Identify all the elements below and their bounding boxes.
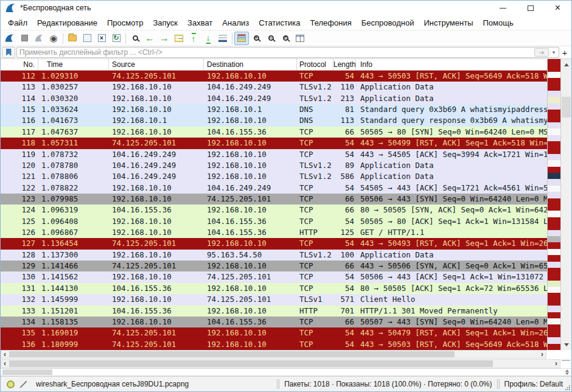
hscroll-right-arrow[interactable]: › — [539, 351, 546, 358]
resize-columns-button[interactable] — [293, 32, 307, 45]
cell-info: 443 → 50479 [RST, ACK] Seq=1 Ack=1 Win=2… — [356, 327, 547, 338]
packet-row-127[interactable]: 1271.13645474.125.205.101192.168.10.10TC… — [1, 238, 547, 249]
capture-options-button[interactable]: ◉ — [46, 32, 61, 45]
menu-item-0[interactable]: Файл — [3, 16, 32, 29]
filter-bookmark-button[interactable] — [2, 47, 15, 58]
packet-row-119[interactable]: 1191.078732104.16.249.249192.168.10.10TC… — [1, 149, 547, 160]
go-back-button[interactable]: ← — [142, 32, 157, 45]
profile-label[interactable]: Профиль: Default — [504, 380, 563, 388]
minimize-button[interactable] — [489, 1, 517, 15]
menu-item-7[interactable]: Телефония — [305, 16, 356, 29]
pane-splitter-grip[interactable] — [562, 360, 570, 361]
packet-row-135[interactable]: 1351.16901974.125.205.101192.168.10.10TC… — [1, 327, 547, 338]
packet-row-113[interactable]: 1131.030257192.168.10.10104.16.249.249TL… — [1, 82, 547, 93]
packet-row-117[interactable]: 1171.047637192.168.10.10104.16.155.36TCP… — [1, 127, 547, 138]
cell-no: 136 — [1, 339, 38, 350]
zoom-in-button[interactable]: + — [249, 32, 263, 45]
menu-item-9[interactable]: Инструменты — [419, 16, 478, 29]
open-file-button[interactable] — [65, 32, 80, 45]
stop-capture-button[interactable] — [17, 32, 32, 45]
secondary-hscrollbar[interactable]: ‹ › — [1, 359, 560, 368]
start-capture-button[interactable] — [2, 32, 17, 45]
pane-spin-control[interactable] — [565, 369, 569, 375]
packet-row-132[interactable]: 1321.145999192.168.10.1074.125.205.101TL… — [1, 294, 547, 305]
packet-row-118[interactable]: 1181.05731174.125.205.101192.168.10.10TC… — [1, 138, 547, 149]
column-header-time[interactable]: Time — [38, 59, 109, 70]
menu-item-1[interactable]: Редактирование — [32, 16, 102, 29]
go-first-packet-button[interactable]: ↑ — [186, 32, 201, 45]
minimap-stripe — [548, 337, 560, 343]
minimap-stripe — [548, 167, 560, 173]
packet-row-125[interactable]: 1251.096408192.168.10.10104.16.155.36TCP… — [1, 216, 547, 227]
packet-row-124[interactable]: 1241.096319104.16.155.36192.168.10.10TCP… — [1, 205, 547, 215]
maximize-button[interactable] — [517, 1, 544, 15]
menu-item-2[interactable]: Просмотр — [102, 16, 148, 29]
packet-row-122[interactable]: 1221.078822192.168.10.10104.16.249.249TC… — [1, 183, 547, 194]
intelligent-scrollbar-minimap[interactable] — [548, 59, 561, 350]
zoom-original-button[interactable]: = — [278, 32, 293, 45]
filter-dropdown-caret[interactable]: ▼ — [550, 50, 559, 55]
reload-file-button[interactable]: ↻ — [109, 32, 124, 45]
minimap-stripe — [548, 141, 560, 147]
packet-row-126[interactable]: 1261.096867192.168.10.10104.16.155.36HTT… — [1, 227, 547, 238]
scroll-up-arrow[interactable] — [561, 60, 571, 69]
restart-capture-button[interactable] — [32, 32, 46, 45]
go-last-packet-button[interactable]: ↓ — [201, 32, 215, 45]
hscroll2-thumb[interactable] — [9, 360, 493, 367]
packet-row-133[interactable]: 1331.151201104.16.155.36192.168.10.10HTT… — [1, 306, 547, 317]
apply-filter-button[interactable]: ➜ — [534, 48, 549, 57]
column-header-length[interactable]: Length — [333, 59, 356, 70]
cell-destination: 192.168.10.10 — [204, 238, 297, 249]
close-file-button[interactable]: × — [94, 32, 109, 45]
auto-scroll-button[interactable] — [215, 32, 230, 45]
zoom-out-button[interactable]: − — [263, 32, 278, 45]
resize-grip[interactable] — [565, 385, 571, 391]
column-header-info[interactable]: Info — [356, 59, 547, 70]
packet-row-116[interactable]: 1161.041673192.168.10.1192.168.10.10DNS1… — [1, 115, 547, 126]
packet-list-hscrollbar[interactable]: ‹ › — [1, 350, 546, 359]
vertical-scrollbar-thumb[interactable] — [562, 97, 571, 117]
packet-row-130[interactable]: 1301.141562192.168.10.1074.125.205.101TC… — [1, 271, 547, 282]
packet-row-131[interactable]: 1311.144130104.16.155.36192.168.10.10TCP… — [1, 283, 547, 294]
capture-comment-icon[interactable] — [19, 380, 27, 388]
column-header-protocol[interactable]: Protocol — [297, 59, 333, 70]
vertical-scrollbar[interactable] — [561, 59, 571, 350]
hscroll2-left-arrow[interactable]: ‹ — [1, 360, 9, 367]
packet-row-123[interactable]: 1231.079985192.168.10.1074.125.205.101TC… — [1, 194, 547, 205]
cell-destination: 104.16.155.36 — [204, 317, 297, 327]
cell-source: 104.16.249.249 — [109, 160, 204, 171]
column-header-no[interactable]: No. — [1, 59, 38, 70]
packet-row-128[interactable]: 1281.137300192.168.10.1095.163.54.50TLSv… — [1, 250, 547, 261]
hscroll2-right-arrow[interactable]: › — [553, 360, 560, 367]
menu-item-3[interactable]: Запуск — [148, 16, 183, 29]
find-packet-button[interactable] — [128, 32, 142, 45]
hscroll-thumb[interactable] — [9, 351, 455, 357]
packet-row-114[interactable]: 1141.030320192.168.10.10104.16.249.249TL… — [1, 93, 547, 104]
packet-row-129[interactable]: 1291.14146674.125.205.101192.168.10.10TC… — [1, 261, 547, 271]
packet-row-112[interactable]: 1121.02931074.125.205.101192.168.10.10TC… — [1, 71, 547, 82]
expert-info-icon[interactable] — [7, 380, 15, 388]
hscroll-left-arrow[interactable]: ‹ — [1, 351, 9, 358]
packet-row-121[interactable]: 1211.078806104.16.249.249192.168.10.10TL… — [1, 171, 547, 182]
go-to-packet-button[interactable] — [172, 32, 186, 45]
packet-row-120[interactable]: 1201.078780104.16.249.249192.168.10.10TL… — [1, 160, 547, 171]
packet-row-134[interactable]: 1341.158135192.168.10.10104.16.155.36TCP… — [1, 317, 547, 327]
column-header-destination[interactable]: Destination — [204, 59, 297, 70]
cell-protocol: HTTP — [297, 227, 333, 238]
packet-row-115[interactable]: 1151.033624192.168.10.10192.168.10.1DNS8… — [1, 104, 547, 115]
pane-handle-block[interactable] — [2, 369, 52, 375]
packet-row-136[interactable]: 1361.18099974.125.205.101192.168.10.10TC… — [1, 339, 547, 350]
scroll-down-arrow[interactable] — [561, 340, 571, 349]
menu-item-5[interactable]: Анализ — [217, 16, 254, 29]
menu-item-6[interactable]: Статистика — [254, 16, 305, 29]
menu-item-10[interactable]: Помощь — [478, 16, 518, 29]
display-filter-input[interactable] — [17, 48, 534, 57]
add-filter-button[interactable]: + — [559, 47, 570, 58]
go-forward-button[interactable]: → — [157, 32, 172, 45]
column-header-source[interactable]: Source — [109, 59, 204, 70]
close-button[interactable]: × — [544, 1, 571, 15]
colorize-packets-button[interactable] — [234, 32, 249, 45]
menu-item-8[interactable]: Беспроводной — [357, 16, 419, 29]
menu-item-4[interactable]: Захват — [183, 16, 217, 29]
save-file-button[interactable] — [80, 32, 94, 45]
